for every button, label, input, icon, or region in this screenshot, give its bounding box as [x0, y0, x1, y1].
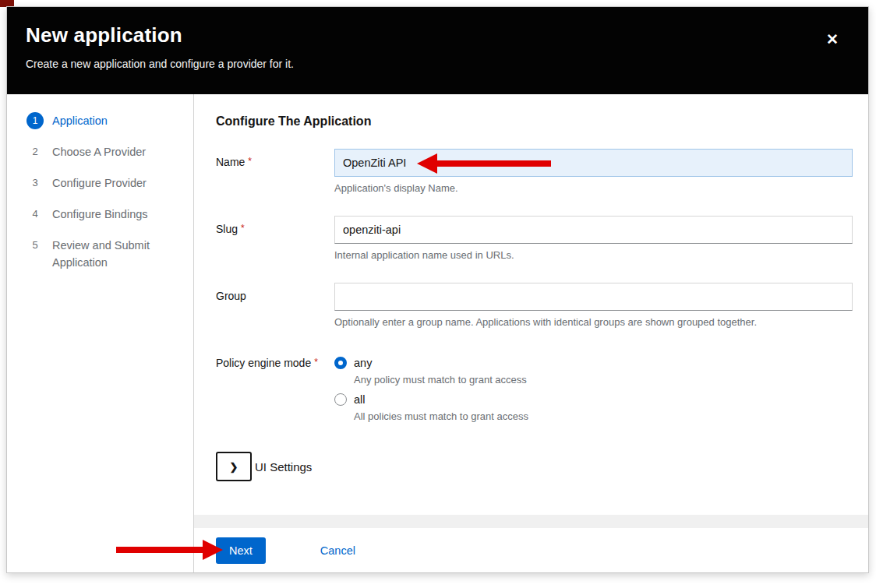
- policy-mode-any-option[interactable]: any: [334, 357, 853, 369]
- chevron-right-icon: ❯: [230, 461, 238, 473]
- ui-settings-expander[interactable]: ❯ UI Settings: [216, 452, 853, 481]
- ui-settings-label: UI Settings: [255, 460, 312, 474]
- slug-label-text: Slug: [216, 223, 238, 235]
- close-button[interactable]: ✕: [823, 29, 842, 50]
- name-field-row: Name* Application's display Name.: [216, 149, 853, 194]
- step-number-badge: 3: [26, 174, 44, 192]
- name-helper-text: Application's display Name.: [334, 182, 853, 194]
- group-label-text: Group: [216, 290, 246, 302]
- step-number-badge: 1: [26, 112, 44, 129]
- group-label: Group: [216, 283, 334, 328]
- footer-separator-band: [194, 515, 868, 528]
- policy-engine-mode-options: any Any policy must match to grant acces…: [334, 350, 853, 430]
- name-field: Application's display Name.: [334, 149, 853, 194]
- policy-engine-mode-label-text: Policy engine mode: [216, 357, 311, 369]
- slug-input[interactable]: [334, 216, 853, 244]
- close-icon: ✕: [826, 31, 839, 48]
- step-number-badge: 2: [26, 143, 44, 160]
- wizard-main-panel: Configure The Application Name* Applicat…: [194, 94, 868, 572]
- step-label: Choose A Provider: [52, 143, 146, 160]
- step-number-badge: 4: [26, 206, 44, 223]
- group-field: Optionally enter a group name. Applicati…: [334, 283, 853, 328]
- content-heading: Configure The Application: [216, 114, 853, 129]
- policy-engine-mode-label: Policy engine mode*: [216, 350, 334, 430]
- radio-option-label: all: [354, 393, 366, 406]
- policy-mode-all-helper: All policies must match to grant access: [354, 410, 853, 422]
- group-helper-text: Optionally enter a group name. Applicati…: [334, 316, 853, 328]
- step-label: Application: [52, 112, 108, 129]
- cancel-link[interactable]: Cancel: [320, 544, 355, 557]
- group-field-row: Group Optionally enter a group name. App…: [216, 283, 853, 328]
- wizard-step-review-submit[interactable]: 5 Review and Submit Application: [7, 230, 193, 278]
- step-label: Configure Provider: [52, 174, 147, 192]
- name-input[interactable]: [334, 149, 853, 177]
- required-asterisk: *: [241, 223, 245, 234]
- expand-toggle-button[interactable]: ❯: [216, 452, 252, 481]
- name-label: Name*: [216, 149, 334, 194]
- slug-label: Slug*: [216, 216, 334, 261]
- required-asterisk: *: [248, 156, 252, 167]
- wizard-step-nav: 1 Application 2 Choose A Provider 3 Conf…: [7, 94, 194, 572]
- wizard-content: Configure The Application Name* Applicat…: [194, 94, 868, 515]
- policy-engine-mode-row: Policy engine mode* any Any policy must …: [216, 350, 853, 430]
- wizard-step-configure-provider[interactable]: 3 Configure Provider: [7, 167, 193, 199]
- step-label: Review and Submit Application: [52, 237, 185, 271]
- policy-mode-all-option[interactable]: all: [334, 393, 853, 406]
- slug-field: Internal application name used in URLs.: [334, 216, 853, 261]
- slug-field-row: Slug* Internal application name used in …: [216, 216, 853, 261]
- required-asterisk: *: [314, 357, 318, 368]
- wizard-step-application[interactable]: 1 Application: [7, 105, 193, 136]
- radio-checked-icon: [334, 357, 347, 369]
- modal-header: New application Create a new application…: [7, 7, 868, 94]
- radio-option-label: any: [354, 357, 372, 369]
- step-label: Configure Bindings: [52, 206, 148, 223]
- radio-unchecked-icon: [334, 393, 347, 406]
- new-application-modal: New application Create a new application…: [6, 6, 869, 573]
- modal-subtitle: Create a new application and configure a…: [26, 58, 850, 70]
- wizard-step-configure-bindings[interactable]: 4 Configure Bindings: [7, 199, 193, 230]
- next-button[interactable]: Next: [216, 537, 266, 564]
- wizard-step-choose-provider[interactable]: 2 Choose A Provider: [7, 136, 193, 167]
- group-input[interactable]: [334, 283, 853, 311]
- slug-helper-text: Internal application name used in URLs.: [334, 249, 853, 261]
- wizard-footer: Next Cancel: [194, 528, 868, 572]
- modal-title: New application: [26, 23, 850, 48]
- policy-mode-any-helper: Any policy must match to grant access: [354, 374, 853, 386]
- name-label-text: Name: [216, 156, 245, 168]
- modal-body: 1 Application 2 Choose A Provider 3 Conf…: [7, 94, 868, 572]
- step-number-badge: 5: [26, 237, 44, 254]
